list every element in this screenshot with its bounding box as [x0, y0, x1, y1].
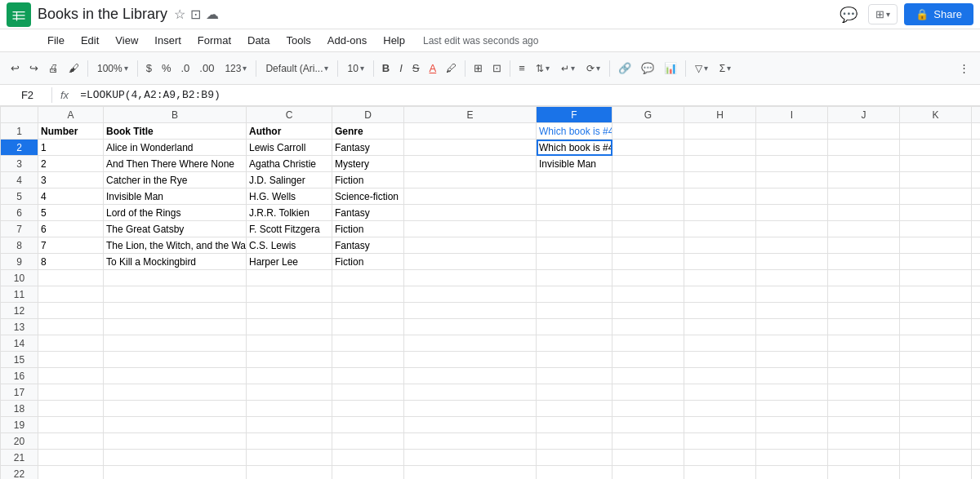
- cell-5-B[interactable]: Invisible Man: [104, 188, 247, 205]
- cell-16-col-10[interactable]: [900, 368, 972, 384]
- row-num-2[interactable]: 2: [1, 140, 38, 156]
- cell-21-col-3[interactable]: [332, 450, 404, 466]
- cell-7-B[interactable]: The Great Gatsby: [104, 221, 247, 237]
- cell-1-D[interactable]: Genre: [332, 123, 404, 140]
- cell-4-C[interactable]: J.D. Salinger: [247, 172, 332, 188]
- cell-22-col-0[interactable]: [38, 466, 104, 480]
- print-button[interactable]: 🖨: [44, 59, 63, 78]
- cell-16-col-8[interactable]: [756, 368, 828, 384]
- align-button[interactable]: ≡: [514, 59, 529, 78]
- cell-22-col-7[interactable]: [684, 466, 756, 480]
- row-num-6[interactable]: 6: [1, 205, 38, 221]
- cell-21-col-11[interactable]: [972, 450, 981, 466]
- cell-11-col-8[interactable]: [756, 286, 828, 303]
- cell-15-col-7[interactable]: [684, 352, 756, 368]
- cloud-icon[interactable]: ☁: [206, 7, 219, 22]
- cell-18-col-9[interactable]: [828, 401, 900, 417]
- cell-18-col-10[interactable]: [900, 401, 972, 417]
- cell-14-col-8[interactable]: [756, 335, 828, 352]
- cell-20-col-2[interactable]: [247, 433, 332, 450]
- cell-7-extra-3[interactable]: [828, 221, 900, 237]
- link-button[interactable]: 🔗: [614, 59, 635, 78]
- col-header-F[interactable]: F: [537, 107, 612, 123]
- cell-9-extra-2[interactable]: [756, 254, 828, 270]
- cell-2-extra-0[interactable]: [612, 140, 684, 156]
- cell-1-A[interactable]: Number: [38, 123, 104, 140]
- cell-14-col-10[interactable]: [900, 335, 972, 352]
- cell-15-col-10[interactable]: [900, 352, 972, 368]
- cell-8-F[interactable]: [537, 237, 612, 254]
- cell-20-col-1[interactable]: [104, 433, 247, 450]
- cell-20-col-9[interactable]: [828, 433, 900, 450]
- cell-6-B[interactable]: Lord of the Rings: [104, 205, 247, 221]
- cell-4-D[interactable]: Fiction: [332, 172, 404, 188]
- row-num-9[interactable]: 9: [1, 254, 38, 270]
- cell-12-col-6[interactable]: [612, 303, 684, 319]
- cell-15-col-5[interactable]: [537, 352, 612, 368]
- cell-10-col-5[interactable]: [537, 270, 612, 286]
- cell-20-col-4[interactable]: [404, 433, 537, 450]
- cell-11-col-9[interactable]: [828, 286, 900, 303]
- cell-11-col-3[interactable]: [332, 286, 404, 303]
- cell-8-C[interactable]: C.S. Lewis: [247, 237, 332, 254]
- cell-13-col-10[interactable]: [900, 319, 972, 335]
- cell-13-col-6[interactable]: [612, 319, 684, 335]
- cell-10-col-6[interactable]: [612, 270, 684, 286]
- cell-2-extra-1[interactable]: [684, 140, 756, 156]
- cell-14-col-9[interactable]: [828, 335, 900, 352]
- cell-1-extra-1[interactable]: [684, 123, 756, 140]
- cell-3-extra-5[interactable]: [972, 156, 981, 172]
- cell-4-extra-0[interactable]: [612, 172, 684, 188]
- row-num-19[interactable]: 19: [1, 417, 38, 433]
- cell-4-extra-1[interactable]: [684, 172, 756, 188]
- cell-10-col-0[interactable]: [38, 270, 104, 286]
- col-header-E[interactable]: E: [404, 107, 537, 123]
- cell-21-col-1[interactable]: [104, 450, 247, 466]
- cell-17-col-8[interactable]: [756, 384, 828, 401]
- row-num-7[interactable]: 7: [1, 221, 38, 237]
- cell-2-extra-3[interactable]: [828, 140, 900, 156]
- cell-19-col-0[interactable]: [38, 417, 104, 433]
- cell-3-extra-4[interactable]: [900, 156, 972, 172]
- cell-7-A[interactable]: 6: [38, 221, 104, 237]
- cell-21-col-0[interactable]: [38, 450, 104, 466]
- cell-22-col-11[interactable]: [972, 466, 981, 480]
- row-num-21[interactable]: 21: [1, 450, 38, 466]
- cell-19-col-4[interactable]: [404, 417, 537, 433]
- cell-10-col-2[interactable]: [247, 270, 332, 286]
- cell-1-extra-5[interactable]: [972, 123, 981, 140]
- cell-7-F[interactable]: [537, 221, 612, 237]
- cell-8-extra-5[interactable]: [972, 237, 981, 254]
- cell-8-E[interactable]: [404, 237, 537, 254]
- cell-1-extra-4[interactable]: [900, 123, 972, 140]
- cell-20-col-11[interactable]: [972, 433, 981, 450]
- cell-1-F[interactable]: Which book is #4 in the library?: [537, 123, 612, 140]
- cell-15-col-11[interactable]: [972, 352, 981, 368]
- cell-3-extra-1[interactable]: [684, 156, 756, 172]
- cell-22-col-1[interactable]: [104, 466, 247, 480]
- cell-9-extra-5[interactable]: [972, 254, 981, 270]
- cell-7-extra-5[interactable]: [972, 221, 981, 237]
- col-header-K[interactable]: K: [900, 107, 972, 123]
- cell-20-col-7[interactable]: [684, 433, 756, 450]
- more-button[interactable]: ⋮: [955, 59, 973, 78]
- cell-4-extra-5[interactable]: [972, 172, 981, 188]
- merge-button[interactable]: ⊡: [488, 59, 506, 78]
- cell-22-col-6[interactable]: [612, 466, 684, 480]
- row-num-12[interactable]: 12: [1, 303, 38, 319]
- cell-11-col-5[interactable]: [537, 286, 612, 303]
- cell-21-col-6[interactable]: [612, 450, 684, 466]
- cell-14-col-1[interactable]: [104, 335, 247, 352]
- row-num-14[interactable]: 14: [1, 335, 38, 352]
- cell-13-col-4[interactable]: [404, 319, 537, 335]
- cell-4-extra-2[interactable]: [756, 172, 828, 188]
- fontsize-dropdown[interactable]: 10 ▾: [342, 60, 368, 77]
- cell-22-col-3[interactable]: [332, 466, 404, 480]
- cell-16-col-11[interactable]: [972, 368, 981, 384]
- cell-6-extra-5[interactable]: [972, 205, 981, 221]
- col-header-A[interactable]: A: [38, 107, 104, 123]
- cell-19-col-5[interactable]: [537, 417, 612, 433]
- cell-11-col-6[interactable]: [612, 286, 684, 303]
- cell-9-extra-4[interactable]: [900, 254, 972, 270]
- cell-3-A[interactable]: 2: [38, 156, 104, 172]
